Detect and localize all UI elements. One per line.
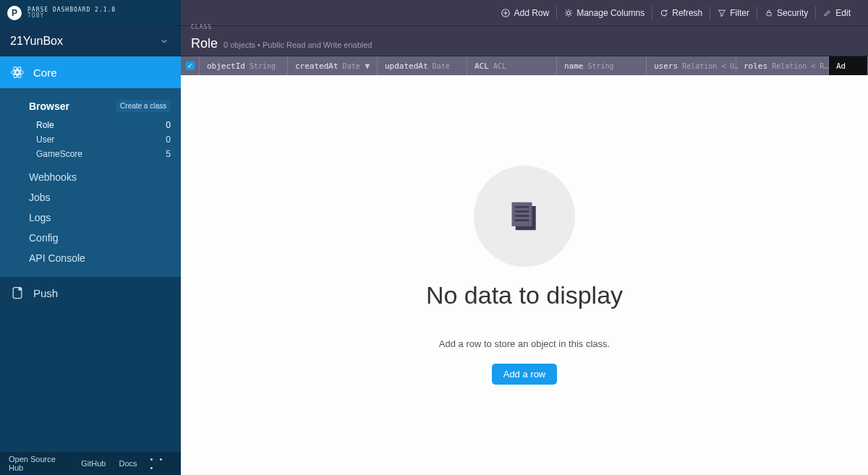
col-type: ACL — [493, 62, 506, 70]
col-name: users — [654, 61, 678, 71]
class-meta: 0 objects • Public Read and Write enable… — [224, 40, 372, 49]
filter-label: Filter — [730, 8, 749, 18]
col-type: Date — [343, 62, 360, 70]
col-roles[interactable]: roles Relation < R… — [736, 56, 829, 75]
footer-more-icon[interactable]: • • • — [150, 455, 173, 472]
column-header: ✓ objectId String createdAt Date ▼ updat… — [181, 56, 868, 75]
svg-point-8 — [18, 288, 21, 291]
sidebar-link-api-console[interactable]: API Console — [0, 248, 181, 268]
footer-github[interactable]: GitHub — [81, 459, 106, 468]
sidebar-link-logs[interactable]: Logs — [0, 207, 181, 228]
class-item-count: 0 — [166, 134, 171, 145]
refresh-label: Refresh — [672, 8, 702, 18]
class-item-name: User — [36, 134, 54, 145]
svg-rect-11 — [515, 206, 529, 208]
content: ✓ objectId String createdAt Date ▼ updat… — [181, 56, 868, 475]
push-label: Push — [33, 287, 58, 299]
col-type: String — [250, 62, 276, 70]
core-icon — [10, 65, 25, 80]
svg-rect-13 — [515, 215, 529, 217]
sidebar: Core Browser Create a class Role 0 User … — [0, 56, 181, 475]
lock-icon — [765, 9, 773, 17]
push-icon — [10, 286, 25, 300]
class-title: Role — [191, 37, 218, 51]
svg-point-1 — [567, 11, 571, 14]
add-row-button[interactable]: Add a row — [492, 364, 558, 385]
filter-icon — [718, 9, 726, 17]
class-item-count: 0 — [166, 120, 171, 130]
edit-icon — [823, 9, 832, 17]
col-acl[interactable]: ACL ACL — [467, 56, 557, 75]
sidebar-link-config[interactable]: Config — [0, 228, 181, 248]
class-label: CLASS — [191, 25, 372, 31]
sidebar-link-jobs[interactable]: Jobs — [0, 187, 181, 207]
col-type: Date — [433, 62, 450, 70]
col-name: ACL — [475, 61, 489, 71]
col-name: name — [564, 61, 584, 71]
add-row-toolbar[interactable]: Add Row — [494, 0, 556, 25]
document-stack-icon — [504, 196, 545, 236]
edit-label: Edit — [835, 8, 851, 18]
browser-label: Browser — [29, 100, 69, 112]
col-name: updatedAt — [385, 61, 428, 71]
gear-icon — [564, 9, 573, 17]
security-label: Security — [777, 8, 808, 18]
toolbar: Add Row Manage Columns Refresh Filter — [181, 0, 868, 25]
svg-rect-10 — [512, 202, 532, 226]
sidebar-section-core[interactable]: Core — [0, 56, 181, 88]
col-name: roles — [744, 61, 767, 71]
filter-toolbar[interactable]: Filter — [710, 0, 757, 25]
svg-rect-12 — [515, 210, 529, 213]
empty-state: No data to display Add a row to store an… — [181, 75, 868, 475]
col-type: String — [588, 62, 614, 70]
empty-subtitle: Add a row to store an object in this cla… — [439, 338, 610, 349]
account-name: TOBY — [27, 13, 116, 19]
sidebar-footer: Open Source Hub GitHub Docs • • • — [0, 452, 181, 475]
select-all-checkbox[interactable]: ✓ — [181, 56, 200, 75]
col-users[interactable]: users Relation < U… — [647, 56, 736, 75]
footer-osh[interactable]: Open Source Hub — [9, 455, 68, 472]
svg-rect-14 — [515, 219, 529, 221]
class-header: CLASS Role 0 objects • Public Read and W… — [181, 26, 868, 56]
class-item-role[interactable]: Role 0 — [36, 118, 171, 132]
class-item-user[interactable]: User 0 — [36, 132, 171, 147]
add-column-button[interactable]: Ad — [829, 56, 868, 75]
refresh-toolbar[interactable]: Refresh — [652, 0, 710, 25]
col-type: Relation < R… — [772, 62, 828, 70]
footer-docs[interactable]: Docs — [119, 459, 137, 468]
col-objectId[interactable]: objectId String — [200, 56, 288, 75]
security-toolbar[interactable]: Security — [757, 0, 815, 25]
app-name: 21YunBox — [10, 35, 63, 48]
refresh-icon — [660, 9, 668, 17]
col-createdAt[interactable]: createdAt Date ▼ — [288, 56, 378, 75]
core-subpanel: Browser Create a class Role 0 User 0 Gam… — [0, 88, 181, 277]
logo-text: PARSE DASHBOARD 2.1.0 TOBY — [27, 7, 116, 19]
plus-icon — [501, 9, 510, 17]
col-name: createdAt — [295, 61, 339, 71]
col-updatedAt[interactable]: updatedAt Date — [378, 56, 467, 75]
col-name: objectId — [207, 61, 245, 71]
sort-desc-icon: ▼ — [365, 61, 370, 71]
class-item-count: 5 — [166, 149, 171, 159]
create-class-button[interactable]: Create a class — [116, 100, 171, 112]
manage-columns-toolbar[interactable]: Manage Columns — [557, 0, 652, 25]
add-row-label: Add Row — [514, 8, 549, 18]
empty-title: No data to display — [426, 281, 623, 309]
sidebar-section-push[interactable]: Push — [0, 277, 181, 309]
class-item-name: Role — [36, 120, 54, 130]
app-switcher[interactable]: 21YunBox — [0, 26, 181, 56]
class-item-gamescore[interactable]: GameScore 5 — [36, 147, 171, 161]
core-label: Core — [33, 67, 57, 79]
chevron-down-icon — [161, 38, 168, 45]
header-left: P PARSE DASHBOARD 2.1.0 TOBY — [0, 6, 181, 20]
sidebar-link-webhooks[interactable]: Webhooks — [0, 167, 181, 187]
svg-point-3 — [16, 71, 20, 74]
manage-columns-label: Manage Columns — [576, 8, 644, 18]
svg-rect-2 — [767, 12, 771, 16]
col-name-field[interactable]: name String — [557, 56, 647, 75]
col-type: Relation < U… — [682, 62, 739, 70]
edit-toolbar[interactable]: Edit — [816, 0, 858, 25]
class-item-name: GameScore — [36, 149, 82, 159]
checkbox-icon: ✓ — [186, 61, 195, 70]
add-column-label: Ad — [836, 61, 846, 71]
